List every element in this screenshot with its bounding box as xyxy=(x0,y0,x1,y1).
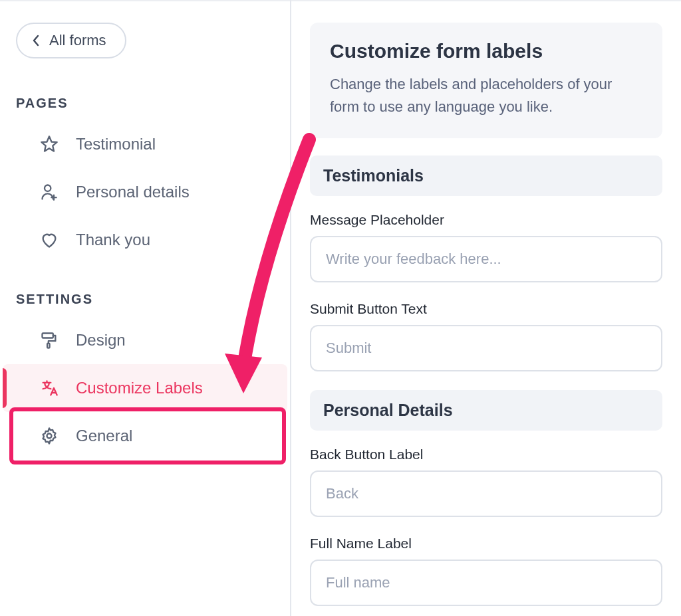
svg-rect-5 xyxy=(47,344,50,348)
main-panel: Customize form labels Change the labels … xyxy=(291,0,681,616)
submit-button-text-input[interactable] xyxy=(310,325,662,371)
sidebar: All forms PAGES Testimonial xyxy=(0,0,291,616)
panel-header: Customize form labels Change the labels … xyxy=(310,23,662,138)
sidebar-item-personal-details[interactable]: Personal details xyxy=(3,168,287,216)
sidebar-item-general[interactable]: General xyxy=(3,412,287,460)
field-label-message-placeholder: Message Placeholder xyxy=(310,212,662,228)
field-label-back-button: Back Button Label xyxy=(310,447,662,462)
gear-icon xyxy=(39,427,60,445)
sidebar-item-label: Thank you xyxy=(76,231,150,249)
field-label-submit-button: Submit Button Text xyxy=(310,301,662,317)
sidebar-heading-settings: SETTINGS xyxy=(16,292,290,307)
translate-icon xyxy=(39,379,60,397)
sidebar-item-label: Testimonial xyxy=(76,135,156,154)
field-label-full-name: Full Name Label xyxy=(310,536,662,552)
svg-rect-4 xyxy=(43,334,53,338)
section-title-testimonials: Testimonials xyxy=(310,155,662,196)
sidebar-item-thank-you[interactable]: Thank you xyxy=(3,216,287,264)
sidebar-item-label: Customize Labels xyxy=(76,379,203,397)
svg-marker-0 xyxy=(41,136,57,151)
full-name-label-input[interactable] xyxy=(310,560,662,606)
svg-point-6 xyxy=(47,434,52,439)
chevron-left-icon xyxy=(32,35,40,47)
sidebar-item-testimonial[interactable]: Testimonial xyxy=(3,120,287,168)
sidebar-item-label: Personal details xyxy=(76,183,190,201)
back-button-label-input[interactable] xyxy=(310,470,662,517)
paint-roller-icon xyxy=(39,331,60,350)
panel-subtitle: Change the labels and placeholders of yo… xyxy=(330,73,642,118)
section-title-personal-details: Personal Details xyxy=(310,390,662,431)
sidebar-item-label: General xyxy=(76,427,132,445)
message-placeholder-input[interactable] xyxy=(310,236,662,282)
sidebar-item-design[interactable]: Design xyxy=(3,316,287,364)
heart-icon xyxy=(39,231,60,249)
sidebar-heading-pages: PAGES xyxy=(16,96,290,111)
all-forms-button[interactable]: All forms xyxy=(16,23,126,58)
star-icon xyxy=(39,135,60,154)
sidebar-item-customize-labels[interactable]: Customize Labels xyxy=(3,364,287,412)
person-add-icon xyxy=(39,183,60,201)
panel-title: Customize form labels xyxy=(330,40,642,62)
all-forms-label: All forms xyxy=(49,32,106,49)
svg-point-1 xyxy=(45,185,51,191)
sidebar-item-label: Design xyxy=(76,331,126,350)
